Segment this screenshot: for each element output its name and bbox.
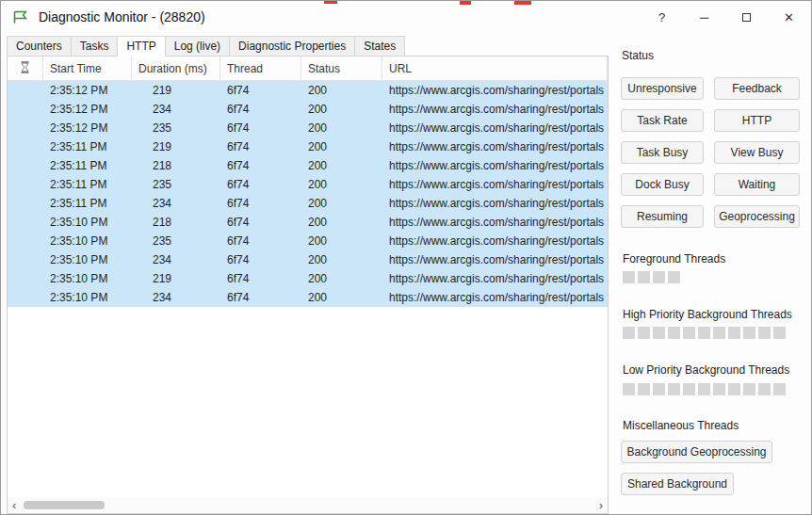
cell-start-time: 2:35:11 PM [43, 156, 132, 175]
app-icon [12, 9, 29, 24]
cell-duration: 235 [132, 175, 220, 194]
table-row[interactable]: 2:35:10 PM2346f74200https://www.arcgis.c… [8, 288, 608, 307]
thread-indicator [623, 383, 635, 395]
thread-indicator [638, 327, 650, 339]
cell-status: 200 [301, 119, 382, 137]
help-button[interactable]: ? [641, 1, 683, 33]
tab-counters[interactable]: Counters [7, 36, 71, 56]
table-row[interactable]: 2:35:10 PM2356f74200https://www.arcgis.c… [8, 232, 608, 250]
hourglass-icon [20, 61, 30, 76]
table-row[interactable]: 2:35:12 PM2356f74200https://www.arcgis.c… [8, 119, 608, 137]
foreground-threads-label: Foreground Threads [623, 252, 725, 266]
scrollbar-thumb[interactable] [24, 501, 105, 509]
cell-duration: 235 [132, 119, 220, 137]
tab-tasks[interactable]: Tasks [71, 36, 118, 56]
table-row[interactable]: 2:35:12 PM2346f74200https://www.arcgis.c… [8, 100, 608, 119]
horizontal-scrollbar[interactable]: ‹ › [8, 497, 608, 513]
scroll-left-icon[interactable]: ‹ [12, 498, 16, 512]
cell-icon [8, 81, 43, 100]
cell-url: https://www.arcgis.com/sharing/rest/port… [382, 175, 608, 194]
status-button-view-busy[interactable]: View Busy [714, 141, 800, 164]
cell-status: 200 [301, 288, 382, 307]
cell-url: https://www.arcgis.com/sharing/rest/port… [382, 100, 608, 119]
cell-status: 200 [301, 269, 382, 288]
close-button[interactable]: ✕ [768, 1, 810, 33]
cell-icon [8, 100, 43, 119]
thread-indicator [698, 327, 710, 339]
cell-duration: 218 [132, 156, 220, 175]
thread-indicator [683, 383, 695, 395]
thread-indicator [728, 327, 740, 339]
cell-status: 200 [301, 156, 382, 175]
table-body: 2:35:12 PM2196f74200https://www.arcgis.c… [8, 81, 608, 307]
table-row[interactable]: 2:35:11 PM2186f74200https://www.arcgis.c… [8, 156, 608, 175]
tab-states[interactable]: States [354, 36, 405, 56]
cell-status: 200 [301, 213, 382, 232]
title-bar: Diagnostic Monitor - (28820) ? ─ ✕ [1, 1, 811, 33]
cell-duration: 234 [132, 250, 220, 269]
thread-indicator [668, 271, 680, 283]
cell-duration: 219 [132, 137, 220, 156]
minimize-icon: ─ [700, 10, 708, 24]
window-controls: ? ─ ✕ [641, 1, 810, 33]
cell-start-time: 2:35:10 PM [43, 269, 132, 288]
thread-indicator [668, 383, 680, 395]
tab-diagnostic-properties[interactable]: Diagnostic Properties [229, 36, 354, 56]
status-button-resuming[interactable]: Resuming [621, 205, 704, 228]
cell-icon [8, 250, 43, 269]
column-header-start-time[interactable]: Start Time [43, 56, 132, 80]
status-button-dock-busy[interactable]: Dock Busy [621, 173, 704, 196]
cell-url: https://www.arcgis.com/sharing/rest/port… [382, 288, 608, 307]
cell-status: 200 [301, 137, 382, 156]
table-row[interactable]: 2:35:10 PM2346f74200https://www.arcgis.c… [8, 250, 608, 269]
cell-duration: 235 [132, 232, 220, 250]
thread-indicator [743, 327, 755, 339]
cell-start-time: 2:35:11 PM [43, 137, 132, 156]
table-row[interactable]: 2:35:10 PM2186f74200https://www.arcgis.c… [8, 213, 608, 232]
status-button-task-rate[interactable]: Task Rate [621, 109, 704, 132]
status-button-feedback[interactable]: Feedback [714, 77, 800, 100]
table-row[interactable]: 2:35:11 PM2346f74200https://www.arcgis.c… [8, 194, 608, 213]
table-row[interactable]: 2:35:10 PM2196f74200https://www.arcgis.c… [8, 269, 608, 288]
table-row[interactable]: 2:35:11 PM2356f74200https://www.arcgis.c… [8, 175, 608, 194]
scroll-right-icon[interactable]: › [599, 498, 603, 512]
shared-background-button[interactable]: Shared Background [621, 473, 734, 495]
cell-icon [8, 156, 43, 175]
column-header-status[interactable]: Status [301, 56, 382, 80]
cell-thread: 6f74 [220, 156, 301, 175]
status-button-http[interactable]: HTTP [714, 109, 800, 132]
cell-icon [8, 213, 43, 232]
cell-thread: 6f74 [220, 250, 301, 269]
timer-column-header[interactable] [8, 56, 43, 80]
cell-url: https://www.arcgis.com/sharing/rest/port… [382, 250, 608, 269]
thread-indicator [743, 383, 755, 395]
thread-indicator [713, 327, 725, 339]
thread-indicator [758, 383, 771, 395]
cell-status: 200 [301, 232, 382, 250]
status-button-unresponsive[interactable]: Unresponsive [621, 77, 704, 100]
status-button-waiting[interactable]: Waiting [714, 173, 800, 196]
low-priority-threads-label: Low Priority Background Threads [623, 363, 789, 377]
column-header-duration-ms[interactable]: Duration (ms) [132, 56, 220, 80]
cell-thread: 6f74 [220, 194, 301, 213]
cell-start-time: 2:35:10 PM [43, 213, 132, 232]
cell-thread: 6f74 [220, 100, 301, 119]
thread-indicator [653, 327, 665, 339]
background-geoprocessing-button[interactable]: Background Geoprocessing [621, 441, 772, 463]
minimize-button[interactable]: ─ [683, 1, 725, 33]
tab-log-live[interactable]: Log (live) [165, 36, 229, 56]
status-button-task-busy[interactable]: Task Busy [621, 141, 704, 164]
cell-start-time: 2:35:11 PM [43, 175, 132, 194]
column-header-url[interactable]: URL [382, 56, 608, 80]
tab-http[interactable]: HTTP [117, 36, 164, 56]
cell-url: https://www.arcgis.com/sharing/rest/port… [382, 232, 608, 250]
thread-indicator [773, 383, 786, 395]
cell-thread: 6f74 [220, 175, 301, 194]
cell-icon [8, 288, 43, 307]
maximize-button[interactable] [725, 1, 768, 33]
table-row[interactable]: 2:35:11 PM2196f74200https://www.arcgis.c… [8, 137, 608, 156]
table-row[interactable]: 2:35:12 PM2196f74200https://www.arcgis.c… [8, 81, 608, 100]
status-button-geoprocessing[interactable]: Geoprocessing [714, 205, 800, 228]
misc-threads-label: Miscellaneous Threads [623, 419, 739, 432]
column-header-thread[interactable]: Thread [220, 56, 301, 80]
